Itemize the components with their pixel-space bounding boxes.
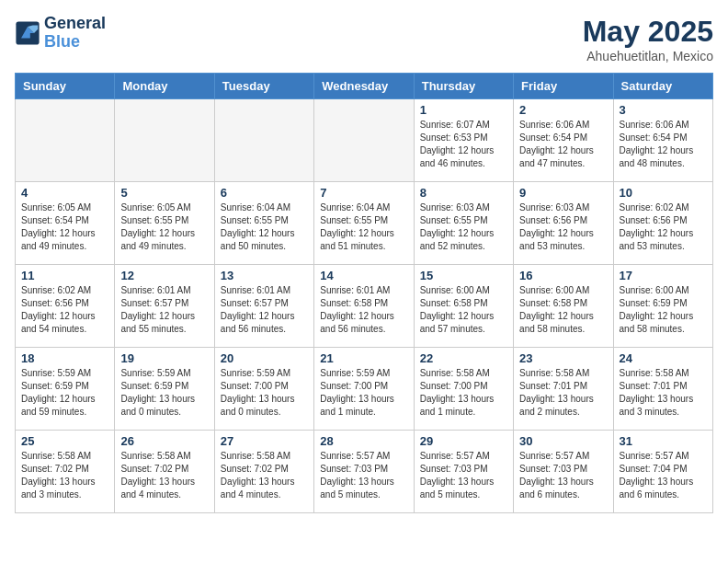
day-number: 18 — [21, 351, 108, 365]
calendar-cell: 3Sunrise: 6:06 AMSunset: 6:54 PMDaylight… — [613, 99, 712, 182]
day-info: Sunrise: 5:59 AMSunset: 7:00 PMDaylight:… — [221, 367, 308, 419]
day-info: Sunrise: 5:57 AMSunset: 7:04 PMDaylight:… — [620, 450, 707, 501]
calendar-table: SundayMondayTuesdayWednesdayThursdayFrid… — [15, 73, 713, 513]
calendar-week-4: 18Sunrise: 5:59 AMSunset: 6:59 PMDayligh… — [16, 348, 713, 431]
day-number: 19 — [120, 351, 208, 365]
calendar-cell: 4Sunrise: 6:05 AMSunset: 6:54 PMDaylight… — [16, 182, 115, 265]
day-number: 30 — [519, 434, 607, 448]
calendar-cell: 17Sunrise: 6:00 AMSunset: 6:59 PMDayligh… — [613, 265, 712, 348]
day-number: 11 — [21, 269, 108, 282]
day-number: 12 — [120, 269, 208, 282]
day-number: 28 — [320, 434, 407, 448]
day-number: 17 — [620, 269, 707, 282]
day-info: Sunrise: 5:57 AMSunset: 7:03 PMDaylight:… — [519, 450, 607, 501]
day-number: 7 — [320, 186, 407, 200]
calendar-week-1: 1Sunrise: 6:07 AMSunset: 6:53 PMDaylight… — [16, 99, 713, 182]
day-number: 26 — [120, 434, 208, 448]
calendar-cell: 9Sunrise: 6:03 AMSunset: 6:56 PMDaylight… — [514, 182, 613, 265]
calendar-cell: 1Sunrise: 6:07 AMSunset: 6:53 PMDaylight… — [414, 99, 513, 182]
day-info: Sunrise: 6:07 AMSunset: 6:53 PMDaylight:… — [420, 119, 507, 170]
day-info: Sunrise: 5:58 AMSunset: 7:00 PMDaylight:… — [420, 367, 507, 419]
day-info: Sunrise: 6:06 AMSunset: 6:54 PMDaylight:… — [519, 119, 607, 170]
day-info: Sunrise: 6:01 AMSunset: 6:57 PMDaylight:… — [221, 284, 308, 336]
day-number: 14 — [320, 269, 407, 282]
day-info: Sunrise: 6:00 AMSunset: 6:58 PMDaylight:… — [420, 284, 507, 336]
day-info: Sunrise: 6:03 AMSunset: 6:55 PMDaylight:… — [420, 201, 507, 253]
day-info: Sunrise: 5:58 AMSunset: 7:02 PMDaylight:… — [21, 450, 108, 501]
calendar-cell: 6Sunrise: 6:04 AMSunset: 6:55 PMDaylight… — [214, 182, 313, 265]
calendar-cell: 28Sunrise: 5:57 AMSunset: 7:03 PMDayligh… — [314, 431, 414, 513]
day-info: Sunrise: 6:01 AMSunset: 6:58 PMDaylight:… — [320, 284, 407, 336]
day-number: 5 — [120, 186, 208, 200]
calendar-cell: 14Sunrise: 6:01 AMSunset: 6:58 PMDayligh… — [314, 265, 414, 348]
day-info: Sunrise: 5:58 AMSunset: 7:02 PMDaylight:… — [120, 450, 208, 501]
logo-text: General Blue — [44, 15, 106, 52]
day-number: 15 — [420, 269, 507, 282]
logo-icon — [15, 20, 40, 46]
weekday-header-saturday: Saturday — [613, 74, 712, 99]
day-info: Sunrise: 5:59 AMSunset: 7:00 PMDaylight:… — [320, 367, 407, 419]
day-number: 21 — [320, 351, 407, 365]
day-info: Sunrise: 6:00 AMSunset: 6:59 PMDaylight:… — [620, 284, 707, 336]
calendar-cell: 15Sunrise: 6:00 AMSunset: 6:58 PMDayligh… — [414, 265, 513, 348]
day-number: 9 — [519, 186, 607, 200]
calendar-cell: 30Sunrise: 5:57 AMSunset: 7:03 PMDayligh… — [514, 431, 613, 513]
calendar-cell: 26Sunrise: 5:58 AMSunset: 7:02 PMDayligh… — [115, 431, 214, 513]
calendar-cell — [16, 99, 115, 182]
calendar-cell: 23Sunrise: 5:58 AMSunset: 7:01 PMDayligh… — [514, 348, 613, 431]
location: Ahuehuetitlan, Mexico — [583, 49, 713, 63]
day-info: Sunrise: 5:59 AMSunset: 6:59 PMDaylight:… — [21, 367, 108, 419]
day-number: 8 — [420, 186, 507, 200]
day-info: Sunrise: 6:01 AMSunset: 6:57 PMDaylight:… — [120, 284, 208, 336]
day-number: 25 — [21, 434, 108, 448]
calendar-cell: 12Sunrise: 6:01 AMSunset: 6:57 PMDayligh… — [115, 265, 214, 348]
day-info: Sunrise: 6:02 AMSunset: 6:56 PMDaylight:… — [21, 284, 108, 336]
day-info: Sunrise: 5:58 AMSunset: 7:01 PMDaylight:… — [519, 367, 607, 419]
weekday-header-tuesday: Tuesday — [214, 74, 313, 99]
calendar-cell: 18Sunrise: 5:59 AMSunset: 6:59 PMDayligh… — [16, 348, 115, 431]
calendar-cell — [314, 99, 414, 182]
day-number: 6 — [221, 186, 308, 200]
calendar-cell: 21Sunrise: 5:59 AMSunset: 7:00 PMDayligh… — [314, 348, 414, 431]
calendar-cell: 2Sunrise: 6:06 AMSunset: 6:54 PMDaylight… — [514, 99, 613, 182]
month-title: May 2025 — [583, 15, 713, 49]
calendar-cell: 13Sunrise: 6:01 AMSunset: 6:57 PMDayligh… — [214, 265, 313, 348]
calendar-cell: 5Sunrise: 6:05 AMSunset: 6:55 PMDaylight… — [115, 182, 214, 265]
day-number: 3 — [620, 103, 707, 117]
day-number: 4 — [21, 186, 108, 200]
day-info: Sunrise: 6:04 AMSunset: 6:55 PMDaylight:… — [320, 201, 407, 253]
calendar-cell: 20Sunrise: 5:59 AMSunset: 7:00 PMDayligh… — [214, 348, 313, 431]
day-number: 16 — [519, 269, 607, 282]
calendar-header-row: SundayMondayTuesdayWednesdayThursdayFrid… — [16, 74, 713, 99]
calendar-cell: 11Sunrise: 6:02 AMSunset: 6:56 PMDayligh… — [16, 265, 115, 348]
calendar-cell: 22Sunrise: 5:58 AMSunset: 7:00 PMDayligh… — [414, 348, 513, 431]
day-number: 13 — [221, 269, 308, 282]
day-number: 27 — [221, 434, 308, 448]
calendar-cell: 29Sunrise: 5:57 AMSunset: 7:03 PMDayligh… — [414, 431, 513, 513]
calendar-cell: 27Sunrise: 5:58 AMSunset: 7:02 PMDayligh… — [214, 431, 313, 513]
day-info: Sunrise: 5:58 AMSunset: 7:02 PMDaylight:… — [221, 450, 308, 501]
calendar-cell: 19Sunrise: 5:59 AMSunset: 6:59 PMDayligh… — [115, 348, 214, 431]
weekday-header-wednesday: Wednesday — [314, 74, 414, 99]
weekday-header-sunday: Sunday — [16, 74, 115, 99]
page-header: General Blue May 2025 Ahuehuetitlan, Mex… — [15, 15, 713, 63]
day-number: 24 — [620, 351, 707, 365]
calendar-cell: 31Sunrise: 5:57 AMSunset: 7:04 PMDayligh… — [613, 431, 712, 513]
day-number: 1 — [420, 103, 507, 117]
calendar-cell: 7Sunrise: 6:04 AMSunset: 6:55 PMDaylight… — [314, 182, 414, 265]
day-info: Sunrise: 5:58 AMSunset: 7:01 PMDaylight:… — [620, 367, 707, 419]
calendar-week-2: 4Sunrise: 6:05 AMSunset: 6:54 PMDaylight… — [16, 182, 713, 265]
day-number: 23 — [519, 351, 607, 365]
calendar-cell: 25Sunrise: 5:58 AMSunset: 7:02 PMDayligh… — [16, 431, 115, 513]
day-info: Sunrise: 6:00 AMSunset: 6:58 PMDaylight:… — [519, 284, 607, 336]
calendar-cell — [214, 99, 313, 182]
day-info: Sunrise: 6:05 AMSunset: 6:54 PMDaylight:… — [21, 201, 108, 253]
calendar-cell: 16Sunrise: 6:00 AMSunset: 6:58 PMDayligh… — [514, 265, 613, 348]
weekday-header-monday: Monday — [115, 74, 214, 99]
day-number: 22 — [420, 351, 507, 365]
day-info: Sunrise: 5:59 AMSunset: 6:59 PMDaylight:… — [120, 367, 208, 419]
weekday-header-friday: Friday — [514, 74, 613, 99]
calendar-week-3: 11Sunrise: 6:02 AMSunset: 6:56 PMDayligh… — [16, 265, 713, 348]
day-info: Sunrise: 6:03 AMSunset: 6:56 PMDaylight:… — [519, 201, 607, 253]
day-info: Sunrise: 5:57 AMSunset: 7:03 PMDaylight:… — [420, 450, 507, 501]
